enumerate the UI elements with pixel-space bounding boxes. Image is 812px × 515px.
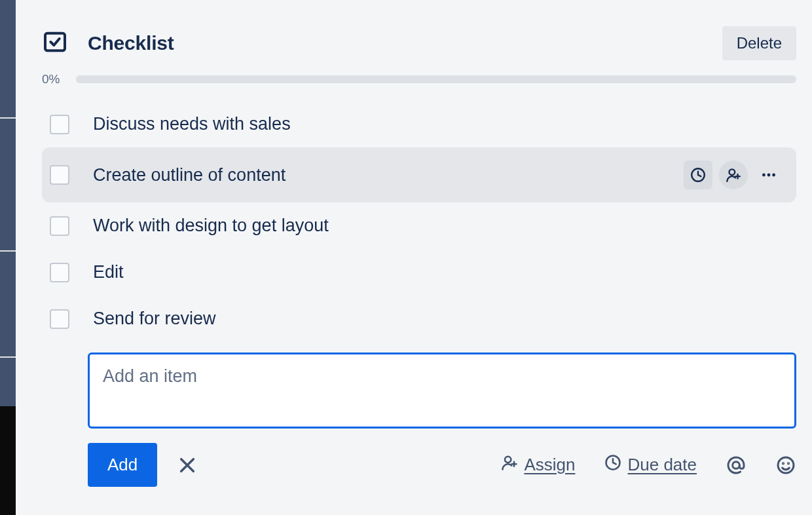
svg-point-10 (783, 463, 783, 463)
progress-bar (76, 75, 796, 83)
background-fragment (0, 406, 16, 515)
checkbox[interactable] (50, 115, 69, 134)
more-actions-icon-button[interactable] (754, 161, 783, 189)
add-item-input[interactable] (88, 353, 796, 429)
delete-button[interactable]: Delete (722, 26, 796, 60)
checklist-item[interactable]: Send for review (42, 296, 796, 342)
toolbar-right: Assign Due date (500, 453, 796, 476)
checkbox[interactable] (50, 263, 69, 282)
clock-icon (604, 453, 622, 476)
background-fragment (0, 117, 16, 119)
checklist-title[interactable]: Checklist (88, 32, 174, 54)
cancel-button[interactable] (172, 449, 203, 481)
due-date-button[interactable]: Due date (604, 453, 697, 476)
background-fragment (0, 250, 16, 252)
checkbox[interactable] (50, 216, 69, 236)
svg-point-6 (505, 457, 511, 463)
checklist-item[interactable]: Work with design to get layout (42, 202, 796, 249)
svg-point-2 (729, 169, 735, 175)
add-item-area: Add Assign (88, 353, 796, 487)
emoji-button[interactable] (775, 455, 796, 476)
toolbar-left: Add (88, 443, 203, 487)
checklist-panel: Checklist Delete 0% Discuss needs with s… (16, 0, 812, 515)
add-item-toolbar: Add Assign (88, 443, 796, 487)
assign-member-icon-button[interactable] (719, 161, 748, 189)
checklist-item-label[interactable]: Create outline of content (93, 165, 660, 185)
header-left: Checklist (42, 29, 174, 58)
mention-button[interactable] (726, 455, 747, 476)
checklist-item-label[interactable]: Send for review (93, 309, 788, 329)
checklist-item-label[interactable]: Edit (93, 262, 788, 282)
due-date-icon-button[interactable] (684, 161, 712, 189)
item-actions (684, 161, 788, 189)
progress-row: 0% (42, 72, 796, 86)
checklist-items: Discuss needs with sales Create outline … (42, 101, 796, 342)
svg-point-11 (788, 463, 788, 463)
checklist-item-label[interactable]: Work with design to get layout (93, 216, 788, 236)
progress-percent-label: 0% (42, 72, 67, 86)
checklist-item[interactable]: Create outline of content (42, 147, 796, 202)
checkbox[interactable] (50, 309, 69, 329)
assign-button[interactable]: Assign (500, 453, 575, 476)
svg-point-4 (767, 174, 771, 177)
checklist-item[interactable]: Edit (42, 249, 796, 296)
checklist-header: Checklist Delete (42, 26, 796, 60)
checklist-item-label[interactable]: Discuss needs with sales (93, 114, 788, 134)
checklist-item[interactable]: Discuss needs with sales (42, 101, 796, 147)
add-button[interactable]: Add (88, 443, 157, 487)
svg-point-8 (733, 461, 740, 468)
checklist-icon (42, 29, 68, 58)
due-date-label: Due date (627, 455, 697, 475)
assign-label: Assign (524, 455, 575, 475)
svg-point-9 (778, 457, 794, 473)
person-add-icon (500, 453, 519, 476)
checkbox[interactable] (50, 165, 69, 185)
svg-point-5 (772, 174, 775, 177)
background-fragment (0, 356, 16, 358)
svg-point-3 (762, 174, 766, 177)
